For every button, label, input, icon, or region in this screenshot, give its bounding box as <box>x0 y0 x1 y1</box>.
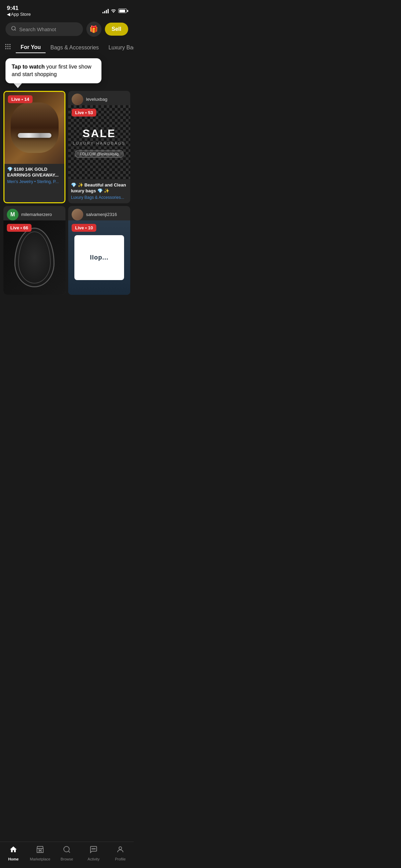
search-bar-row: Search Whatnot 🎁 Sell <box>0 19 134 39</box>
tab-bags[interactable]: Bags & Accessories <box>46 43 104 53</box>
live-badge-2: Live • 53 <box>72 109 96 117</box>
svg-rect-9 <box>8 48 9 49</box>
card-info-1: 💎 $180 14K GOLD EARRINGS GIVEAWAY... Men… <box>4 164 64 188</box>
card-subtitle-2: Luxury Bags & Accessories... <box>71 195 127 200</box>
username-3: milemarkerzero <box>21 212 52 217</box>
battery-icon <box>118 9 127 13</box>
svg-rect-7 <box>10 46 11 47</box>
sale-text: SALE <box>83 127 116 140</box>
card-image-2: SALE LUXURY HANDBAGS FOLLOW @leveluxbag … <box>68 105 130 180</box>
user-avatar-2 <box>72 94 83 105</box>
live-card-2[interactable]: leveluxbag SALE LUXURY HANDBAGS FOLLOW @… <box>68 91 130 203</box>
live-badge-4: Live • 10 <box>72 224 96 232</box>
user-row-2: leveluxbag <box>68 91 130 105</box>
follow-pill: FOLLOW @leveluxbag <box>75 150 124 158</box>
grid-icon[interactable] <box>0 41 16 53</box>
card-info-2: 💎 ✨ Beautiful and Clean luxury bags 💎 ✨ … <box>68 180 130 203</box>
card-image-1: Live • 14 <box>4 92 64 164</box>
svg-rect-6 <box>8 46 9 47</box>
sell-button[interactable]: Sell <box>105 23 128 36</box>
sale-sub: LUXURY HANDBAGS <box>73 141 125 145</box>
status-icons <box>102 8 127 14</box>
search-placeholder: Search Whatnot <box>19 26 56 32</box>
status-bar: 9:41 ◀ App Store <box>0 0 134 19</box>
tab-for-you[interactable]: For You <box>16 42 46 53</box>
svg-point-0 <box>12 26 15 30</box>
svg-rect-4 <box>10 44 11 45</box>
user-row-3: M milemarkerzero <box>3 206 65 220</box>
card-subtitle-1: Men's Jewelry • Sterling, P... <box>7 179 62 184</box>
username-4: salvamenji2316 <box>86 212 117 217</box>
card-title-1: 💎 $180 14K GOLD EARRINGS GIVEAWAY... <box>7 167 62 178</box>
tooltip-bubble: Tap to watch your first live show and st… <box>5 58 101 83</box>
tab-luxury[interactable]: Luxury Bags <box>104 43 134 53</box>
live-card-3[interactable]: M milemarkerzero Live • 66 <box>3 206 65 295</box>
tooltip-bold: Tap to watch <box>12 64 45 70</box>
live-card-4[interactable]: salvamenji2316 llop... Live • 10 <box>68 206 130 295</box>
card-title-2: 💎 ✨ Beautiful and Clean luxury bags 💎 ✨ <box>71 182 127 194</box>
svg-rect-8 <box>5 48 7 49</box>
svg-rect-2 <box>5 44 7 45</box>
card-image-3: Live • 66 <box>3 220 65 295</box>
search-icon <box>11 26 16 33</box>
username-2: leveluxbag <box>86 97 107 102</box>
user-avatar-4 <box>72 209 83 220</box>
cards-grid: Live • 14 💎 $180 14K GOLD EARRINGS GIVEA… <box>0 88 134 298</box>
category-tabs: For You Bags & Accessories Luxury Bags <box>0 39 134 56</box>
live-badge-3: Live • 66 <box>7 224 32 232</box>
placeholder-text: llop... <box>90 254 108 261</box>
svg-line-1 <box>15 29 16 31</box>
card-image-4: llop... Live • 10 <box>68 220 130 295</box>
search-input[interactable]: Search Whatnot <box>5 22 83 36</box>
app-store-back[interactable]: ◀ App Store <box>7 12 31 17</box>
gift-button[interactable]: 🎁 <box>86 22 101 37</box>
tooltip-container: Tap to watch your first live show and st… <box>5 58 128 88</box>
back-arrow: ◀ <box>7 12 10 17</box>
svg-rect-3 <box>8 44 9 45</box>
signal-bars-icon <box>102 9 109 13</box>
live-badge-1: Live • 14 <box>8 95 33 103</box>
status-time: 9:41 <box>7 5 31 12</box>
svg-rect-10 <box>10 48 11 49</box>
wifi-icon <box>111 8 116 14</box>
tooltip-arrow <box>14 83 22 88</box>
svg-rect-5 <box>5 46 7 47</box>
live-card-1[interactable]: Live • 14 💎 $180 14K GOLD EARRINGS GIVEA… <box>3 91 65 203</box>
user-row-4: salvamenji2316 <box>68 206 130 220</box>
user-avatar-3: M <box>7 209 19 220</box>
